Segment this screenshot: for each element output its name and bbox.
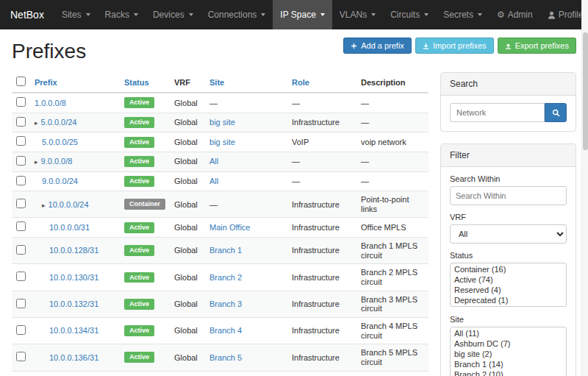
prefix-link[interactable]: 10.0.0.134/31 [49,326,98,335]
button-label: Add a prefix [361,41,404,50]
site-link[interactable]: All [209,157,218,166]
filter-label-status: Status [450,251,567,260]
import-icon [423,43,429,49]
nav-item-label: IP Space [280,0,315,29]
description-cell: Branch 1 MPLS circuit [356,238,429,264]
row-checkbox[interactable] [16,176,26,185]
filter-select-vrf[interactable]: All [450,224,567,244]
vrf-cell: Global [170,191,205,218]
sidebar: Search Filter [440,72,576,376]
prefix-link[interactable]: 10.0.0.0/31 [49,223,90,232]
site-link[interactable]: Branch 5 [209,353,242,362]
row-checkbox[interactable] [16,136,26,146]
filter-panel-title: Filter [441,144,576,167]
description-cell: Office MPLS [356,218,429,238]
site-link[interactable]: big site [209,138,235,146]
filter-input-search-within[interactable] [450,186,567,205]
row-checkbox[interactable] [16,325,26,335]
site-link[interactable]: Branch 1 [209,246,242,255]
site-link[interactable]: Branch 4 [209,326,242,335]
expand-toggle-icon[interactable]: ▸ [35,158,38,166]
row-checkbox[interactable] [16,117,26,127]
site-link[interactable]: All [209,177,218,185]
prefix-link[interactable]: 5.0.0.0/25 [42,138,78,146]
nav-item-label: Racks [105,0,129,29]
vrf-cell: Global [170,291,205,317]
table-row: 10.0.0.134/31ActiveGlobalBranch 4Infrast… [12,317,429,344]
table-row: 10.0.0.132/31ActiveGlobalBranch 3Infrast… [12,291,429,317]
row-checkbox[interactable] [16,156,26,166]
role-cell: Infrastructure [287,371,356,376]
app-brand[interactable]: NetBox [0,0,54,29]
nav-item-ip-space[interactable]: IP Space [273,0,331,29]
expand-toggle-icon[interactable]: ▸ [35,119,38,127]
prefix-link[interactable]: 10.0.0.128/31 [49,246,98,255]
column-header-prefix[interactable]: Prefix [35,78,57,87]
search-icon [552,109,560,117]
site-link[interactable]: Main Office [209,223,250,232]
site-link[interactable]: Branch 3 [209,299,242,308]
select-all-checkbox[interactable] [16,77,26,86]
description-cell: Backup MPLS link [356,371,429,376]
filter-multiselect-site[interactable]: All (11)Ashburn DC (7)big site (2)Branch… [450,327,567,376]
table-body: 1.0.0.0/8ActiveGlobal———▸5.0.0.0/24Activ… [12,93,429,376]
status-badge: Active [124,245,154,256]
scrollbar-thumb[interactable] [583,32,588,150]
nav-right: ⚙AdminProfileLog out [490,0,588,29]
role-cell: — [287,93,356,113]
nav-item-racks[interactable]: Racks [98,0,146,29]
search-button[interactable] [545,103,567,122]
column-header-site[interactable]: Site [209,78,224,87]
row-checkbox[interactable] [16,199,26,208]
prefix-link[interactable]: 10.0.0.0/24 [49,200,89,209]
nav-item-connections[interactable]: Connections [201,0,273,29]
search-input[interactable] [450,103,545,122]
import-prefixes-button[interactable]: Import prefixes [415,38,494,54]
prefix-link[interactable]: 5.0.0.0/24 [41,118,77,127]
site-link[interactable]: big site [209,118,235,127]
status-badge: Active [124,117,154,128]
vrf-cell: Global [170,317,205,344]
filter-multiselect-status[interactable]: Container (16)Active (74)Reserved (4)Dep… [450,263,567,307]
export-prefixes-button[interactable]: Export prefixes [498,38,576,54]
status-badge: Active [124,97,154,108]
row-checkbox[interactable] [16,245,26,255]
prefix-link[interactable]: 9.0.0.0/8 [41,157,73,166]
prefix-link[interactable]: 10.0.0.132/31 [49,299,98,308]
filter-label-vrf: VRF [450,213,567,221]
nav-item-sites[interactable]: Sites [54,0,98,29]
chevron-down-icon [86,13,90,16]
status-badge: Active [124,299,154,310]
row-checkbox[interactable] [16,272,26,281]
table-row: ▸9.0.0.0/8ActiveGlobalAll—— [12,152,429,171]
row-checkbox[interactable] [16,352,26,361]
vrf-cell: Global [170,371,205,376]
gear-icon: ⚙ [497,10,505,19]
prefix-link[interactable]: 1.0.0.0/8 [35,99,66,107]
row-checkbox[interactable] [16,221,26,231]
site-link[interactable]: Branch 2 [209,273,242,282]
column-header-status[interactable]: Status [124,78,149,87]
filter-label-search-within: Search Within [450,174,567,183]
column-header-role[interactable]: Role [292,78,309,87]
chevron-down-icon [371,13,376,16]
nav-admin[interactable]: ⚙Admin [490,0,540,29]
prefix-link[interactable]: 9.0.0.0/24 [42,177,78,185]
expand-toggle-icon[interactable]: ▸ [42,202,46,209]
nav-item-vlans[interactable]: VLANs [332,0,383,29]
chevron-down-icon [261,13,265,16]
row-checkbox[interactable] [16,97,26,107]
main-nav: SitesRacksDevicesConnectionsIP SpaceVLAN… [54,0,490,29]
add-a-prefix-button[interactable]: Add a prefix [343,38,412,54]
prefix-link[interactable]: 10.0.0.136/31 [49,353,98,362]
row-checkbox[interactable] [16,299,26,308]
button-label: Import prefixes [433,41,487,50]
nav-item-secrets[interactable]: Secrets [436,0,490,29]
description-cell: — [356,152,429,171]
role-cell: Infrastructure [287,344,356,371]
nav-item-devices[interactable]: Devices [146,0,201,29]
prefix-link[interactable]: 10.0.0.130/31 [49,273,98,282]
nav-item-circuits[interactable]: Circuits [383,0,436,29]
prefix-table-container: PrefixStatusVRFSiteRoleDescription 1.0.0… [12,72,429,376]
page-scrollbar[interactable] [581,0,588,376]
